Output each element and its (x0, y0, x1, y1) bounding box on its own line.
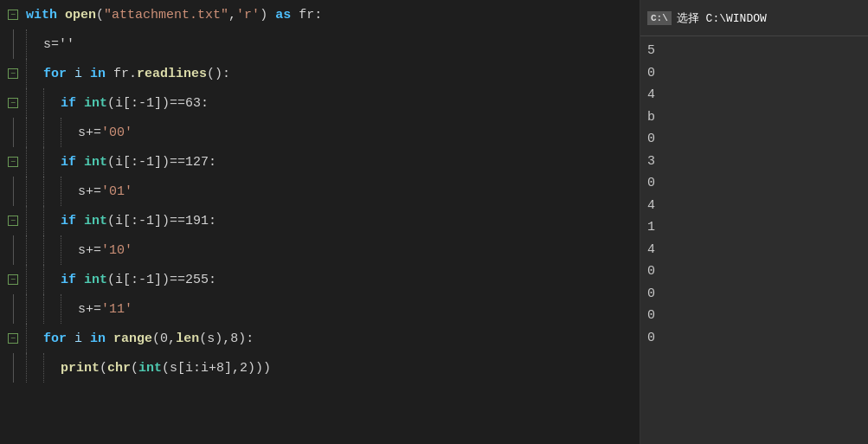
gutter-line (13, 177, 14, 206)
code-token: s='' (43, 37, 74, 52)
gutter-col (0, 177, 26, 206)
code-token: (i[:-1])==63: (107, 96, 209, 111)
code-token: ( (96, 8, 104, 23)
code-row: −for i in range(0,len(s),8): (0, 324, 640, 353)
collapse-button[interactable]: − (8, 274, 18, 285)
editor-rows: −with open("attachment.txt",'r') as fr:s… (0, 0, 640, 444)
code-token (76, 273, 84, 287)
collapse-button[interactable]: − (8, 333, 18, 344)
code-token: ( (131, 361, 138, 376)
gutter-col (0, 118, 26, 147)
code-token: if (61, 155, 76, 170)
code-token (57, 8, 65, 23)
code-token (76, 214, 84, 228)
indent-guide (26, 324, 43, 353)
indent-guide (61, 118, 78, 147)
indent-guide (26, 147, 43, 177)
gutter-col (0, 294, 26, 324)
terminal-line: 0 (647, 283, 861, 306)
code-token: in (90, 67, 106, 81)
code-token: int (138, 361, 162, 376)
indent-guide (26, 206, 43, 235)
indent-guide (43, 147, 61, 177)
code-token: (s),8): (199, 331, 254, 346)
code-text: s+='10' (26, 235, 640, 265)
code-token (82, 331, 90, 346)
code-token: (i[:-1])==191: (107, 214, 216, 228)
gutter-col: − (0, 88, 26, 118)
indent-guide (26, 59, 43, 88)
code-text: s+='11' (26, 294, 640, 324)
indent-guide (43, 353, 61, 383)
collapse-button[interactable]: − (8, 10, 18, 20)
code-text: if int(i[:-1])==255: (26, 265, 640, 294)
indent-guide (26, 353, 43, 383)
code-token: print (61, 361, 100, 376)
terminal-icon: C:\ (647, 11, 672, 25)
code-token: chr (107, 361, 131, 376)
gutter-col: − (0, 147, 26, 177)
terminal-header: C:\ 选择 C:\WINDOW (640, 0, 868, 36)
indent-guide (43, 118, 61, 147)
terminal-line: b (647, 106, 861, 129)
terminal-pane: C:\ 选择 C:\WINDOW 504b0304140000 (640, 0, 868, 444)
code-text: with open("attachment.txt",'r') as fr: (26, 0, 640, 29)
code-token: int (84, 214, 107, 228)
code-token: "attachment.txt" (104, 8, 228, 23)
code-row: s+='10' (0, 235, 640, 265)
gutter-col (0, 353, 26, 383)
collapse-button[interactable]: − (8, 98, 18, 108)
terminal-line: 3 (647, 151, 861, 173)
code-token (76, 155, 84, 170)
indent-guide (26, 235, 43, 265)
code-token: s+= (78, 302, 101, 317)
gutter-col: − (0, 206, 26, 235)
code-token: '10' (101, 243, 132, 258)
terminal-line: 0 (647, 305, 861, 327)
collapse-button[interactable]: − (8, 68, 18, 79)
terminal-line: 0 (647, 128, 861, 151)
code-token: (0, (152, 331, 176, 346)
terminal-line: 0 (647, 62, 861, 85)
code-token: '01' (101, 184, 132, 199)
code-token: (s[i:i+8],2))) (162, 361, 271, 376)
gutter-col: − (0, 59, 26, 88)
collapse-button[interactable]: − (8, 157, 18, 167)
indent-guide (43, 235, 61, 265)
gutter-col (0, 235, 26, 265)
code-token: if (61, 214, 76, 228)
code-token: '11' (101, 302, 132, 317)
collapse-button[interactable]: − (8, 216, 18, 226)
gutter-col (0, 29, 26, 59)
code-token: (): (207, 67, 230, 81)
terminal-line: 0 (647, 261, 861, 283)
indent-guide (43, 177, 61, 206)
code-token: if (61, 273, 76, 287)
terminal-line: 1 (647, 216, 861, 239)
code-text: s+='01' (26, 177, 640, 206)
code-token (267, 8, 275, 23)
code-token: int (84, 273, 107, 287)
code-token: int (84, 155, 107, 170)
indent-guide (61, 235, 78, 265)
indent-guide (26, 177, 43, 206)
code-text: if int(i[:-1])==127: (26, 147, 640, 177)
code-token: as (275, 8, 291, 23)
code-text: if int(i[:-1])==191: (26, 206, 640, 235)
indent-guide (61, 177, 78, 206)
code-token (82, 67, 90, 81)
code-area: −with open("attachment.txt",'r') as fr:s… (0, 0, 640, 444)
indent-guide (61, 294, 78, 324)
code-row: −if int(i[:-1])==63: (0, 88, 640, 118)
code-text: s='' (26, 29, 640, 59)
gutter-col: − (0, 324, 26, 353)
terminal-line: 4 (647, 195, 861, 217)
code-token: for (43, 331, 67, 346)
code-token: s+= (78, 125, 101, 140)
code-token: ) (260, 8, 267, 23)
code-token: '00' (101, 125, 132, 140)
editor-pane: −with open("attachment.txt",'r') as fr:s… (0, 0, 640, 444)
code-row: −if int(i[:-1])==127: (0, 147, 640, 177)
code-text: if int(i[:-1])==63: (26, 88, 640, 118)
code-text: for i in fr.readlines(): (26, 59, 640, 88)
